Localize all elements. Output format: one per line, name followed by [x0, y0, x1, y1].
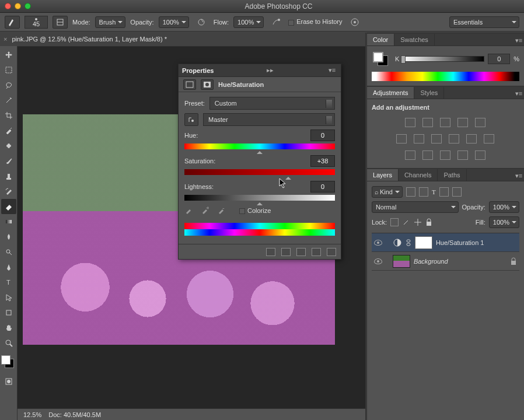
lock-all-icon[interactable] — [425, 218, 432, 226]
zoom-tool[interactable] — [1, 335, 16, 351]
layer-mask-thumb[interactable] — [415, 236, 432, 249]
visibility-toggle-icon[interactable] — [374, 240, 382, 246]
filter-smart-icon[interactable] — [452, 187, 462, 197]
tool-preset-picker[interactable] — [5, 16, 20, 29]
filter-shape-icon[interactable] — [439, 187, 449, 197]
adjustment-icon[interactable] — [183, 79, 196, 90]
layer-row[interactable]: Hue/Saturation 1 — [372, 233, 519, 252]
tab-layers[interactable]: Layers — [367, 169, 399, 181]
doc-size-readout[interactable]: Doc: 40.5M/40.5M — [48, 411, 101, 418]
saturation-slider[interactable] — [184, 169, 335, 175]
lasso-tool[interactable] — [1, 78, 16, 93]
flow-dropdown[interactable]: 100% — [233, 16, 264, 28]
hand-tool[interactable] — [1, 320, 16, 335]
tab-channels[interactable]: Channels — [399, 169, 438, 181]
hue-range-strip[interactable] — [184, 223, 335, 237]
layer-name[interactable]: Hue/Saturation 1 — [436, 239, 484, 246]
layer-name[interactable]: Background — [414, 258, 448, 265]
shape-tool[interactable] — [1, 305, 16, 320]
crop-tool[interactable] — [1, 108, 16, 123]
invert-adj-icon[interactable] — [405, 150, 415, 160]
preset-dropdown[interactable]: Custom — [209, 97, 335, 110]
vibrance-adj-icon[interactable] — [475, 118, 485, 127]
close-window-button[interactable] — [5, 3, 11, 9]
lock-position-icon[interactable] — [414, 218, 422, 226]
opacity-dropdown[interactable]: 100% — [159, 16, 189, 28]
filter-pixel-icon[interactable] — [406, 187, 415, 197]
tab-styles[interactable]: Styles — [414, 87, 444, 99]
visibility-icon[interactable] — [312, 248, 321, 256]
layer-opacity-dropdown[interactable]: 100% — [489, 201, 519, 213]
channel-mixer-adj-icon[interactable] — [466, 134, 477, 144]
mask-icon[interactable] — [201, 79, 214, 90]
view-previous-icon[interactable] — [281, 248, 291, 256]
tab-swatches[interactable]: Swatches — [394, 34, 435, 46]
move-tool[interactable] — [1, 47, 16, 62]
layer-filter-dropdown[interactable]: ⌕Kind — [372, 186, 403, 198]
panel-menu-icon[interactable]: ▾≡ — [513, 35, 524, 46]
filter-type-icon[interactable]: T — [432, 188, 436, 195]
k-input[interactable] — [488, 54, 510, 64]
hue-adj-icon[interactable] — [396, 134, 407, 144]
color-spectrum[interactable] — [372, 72, 519, 81]
panel-color-swatches[interactable] — [372, 51, 390, 67]
dodge-tool[interactable] — [1, 244, 16, 260]
brush-size-picker[interactable]: 45 — [25, 16, 48, 29]
zoom-readout[interactable]: 12.5% — [23, 411, 41, 418]
curves-adj-icon[interactable] — [440, 118, 450, 127]
hue-slider[interactable] — [184, 144, 335, 149]
filter-adjust-icon[interactable] — [419, 187, 428, 197]
lock-image-icon[interactable] — [402, 218, 410, 226]
zoom-window-button[interactable] — [25, 3, 31, 9]
blend-mode-dropdown[interactable]: Normal — [372, 201, 459, 213]
link-icon[interactable] — [406, 239, 411, 247]
document-tab[interactable]: pink.JPG @ 12.5% (Hue/Saturation 1, Laye… — [12, 36, 167, 43]
pen-tool[interactable] — [1, 260, 16, 275]
saturation-input[interactable]: +38 — [310, 155, 335, 167]
bw-adj-icon[interactable] — [431, 134, 442, 144]
workspace-switcher[interactable]: Essentials — [449, 16, 519, 28]
eyedropper-tool[interactable] — [1, 123, 16, 138]
minimize-window-button[interactable] — [15, 3, 21, 9]
lightness-slider[interactable] — [184, 195, 335, 201]
panel-menu-icon[interactable]: ▾≡ — [513, 170, 524, 181]
color-lookup-adj-icon[interactable] — [484, 134, 494, 144]
channel-dropdown[interactable]: Master — [203, 113, 335, 126]
eyedropper-plus-icon[interactable]: + — [201, 206, 209, 215]
tab-paths[interactable]: Paths — [438, 169, 466, 181]
fill-dropdown[interactable]: 100% — [489, 216, 519, 228]
k-slider[interactable] — [403, 56, 484, 62]
eyedropper-minus-icon[interactable]: - — [217, 206, 225, 215]
visibility-toggle-icon[interactable] — [374, 258, 382, 264]
hue-input[interactable]: 0 — [310, 130, 335, 141]
wand-tool[interactable] — [1, 93, 16, 108]
history-brush-tool[interactable] — [1, 184, 16, 199]
gradient-tool[interactable] — [1, 214, 16, 229]
threshold-adj-icon[interactable] — [440, 150, 450, 160]
clip-to-layer-icon[interactable] — [266, 248, 275, 256]
posterize-adj-icon[interactable] — [422, 150, 433, 160]
colorbalance-adj-icon[interactable] — [414, 134, 424, 144]
color-swatches[interactable] — [0, 353, 18, 374]
stamp-tool[interactable] — [1, 169, 16, 184]
tab-adjustments[interactable]: Adjustments — [367, 87, 415, 99]
panel-menu-icon[interactable]: ▾≡ — [327, 65, 337, 76]
brush-panel-toggle[interactable] — [53, 16, 68, 29]
trash-icon[interactable] — [327, 248, 336, 256]
brush-tool[interactable] — [1, 153, 16, 169]
lock-trans-icon[interactable] — [390, 218, 399, 226]
panel-collapse-icon[interactable]: ▸▸ — [267, 66, 274, 74]
quickmask-toggle[interactable] — [1, 374, 16, 389]
targeted-adjust-icon[interactable] — [184, 113, 198, 126]
eyedropper-add-icon[interactable] — [184, 206, 193, 215]
airbrush-icon[interactable] — [268, 16, 284, 29]
blur-tool[interactable] — [1, 229, 16, 244]
lightness-input[interactable]: 0 — [310, 181, 335, 192]
opacity-pressure-icon[interactable] — [194, 16, 209, 29]
mode-dropdown[interactable]: Brush — [95, 16, 126, 28]
tab-color[interactable]: Color — [367, 34, 394, 46]
layer-thumb[interactable] — [393, 255, 410, 268]
levels-adj-icon[interactable] — [422, 118, 433, 127]
marquee-tool[interactable] — [1, 62, 16, 78]
exposure-adj-icon[interactable] — [457, 118, 468, 127]
